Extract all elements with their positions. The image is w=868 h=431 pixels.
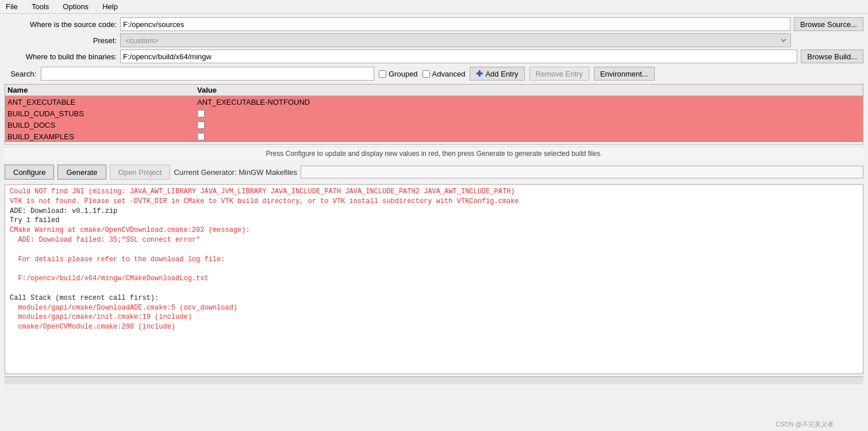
log-line [10, 264, 858, 274]
log-line: Call Stack (most recent call first): [10, 293, 858, 303]
advanced-checkbox[interactable] [423, 70, 430, 78]
log-line [10, 245, 858, 255]
cell-value: ANT_EXECUTABLE-NOTFOUND [197, 98, 861, 106]
generator-label: Current Generator: MinGW Makefiles [174, 168, 297, 177]
environment-button[interactable]: Environment... [594, 67, 655, 81]
build-cuda-checkbox[interactable] [197, 110, 205, 117]
advanced-label: Advanced [432, 70, 466, 78]
preset-dropdown[interactable]: <custom> [120, 33, 791, 47]
table-row[interactable]: ANT_EXECUTABLE ANT_EXECUTABLE-NOTFOUND [5, 96, 863, 108]
remove-entry-button[interactable]: Remove Entry [529, 67, 589, 81]
log-line: cmake/OpenCVModule.cmake:298 (include) [10, 322, 858, 332]
log-line: For details please refer to the download… [10, 255, 858, 265]
add-entry-button[interactable]: ✚ Add Entry [470, 67, 524, 81]
grouped-label: Grouped [389, 70, 418, 78]
cell-name: BUILD_DOCS [7, 121, 197, 129]
cell-value [197, 133, 861, 140]
log-line: modules/gapi/cmake/DownloadADE.cmake:5 (… [10, 303, 858, 313]
log-line: ADE: Download failed: 35;"SSL connect er… [10, 235, 858, 245]
bottom-buttons: Configure Generate Open Project Current … [5, 162, 863, 182]
cell-value [197, 110, 861, 117]
table-row[interactable]: BUILD_CUDA_STUBS [5, 108, 863, 119]
table-row[interactable]: BUILD_DOCS [5, 119, 863, 131]
search-row: Search: Grouped Advanced ✚ Add Entry Rem… [5, 66, 863, 82]
cell-value [197, 121, 861, 129]
advanced-checkbox-group: Advanced [423, 70, 466, 78]
menu-file[interactable]: File [2, 1, 21, 12]
cell-name: BUILD_EXAMPLES [7, 132, 197, 141]
preset-row: Preset: <custom> [5, 33, 863, 47]
generate-button[interactable]: Generate [57, 165, 106, 180]
build-input[interactable] [120, 49, 797, 63]
log-line: modules/gapi/cmake/init.cmake:19 (includ… [10, 312, 858, 322]
menu-help[interactable]: Help [99, 1, 121, 12]
grouped-checkbox-group: Grouped [379, 70, 418, 78]
browse-source-button[interactable]: Browse Source... [794, 17, 863, 31]
log-line [10, 284, 858, 293]
config-table: Name Value ANT_EXECUTABLE ANT_EXECUTABLE… [5, 84, 863, 144]
log-line: F:/opencv/build/x64/mingw/CMakeDownloadL… [10, 274, 858, 284]
add-icon: ✚ [476, 69, 483, 78]
horizontal-scrollbar[interactable] [5, 376, 863, 384]
log-container[interactable]: Could NOT find JNI (missing: JAVA_AWT_LI… [5, 184, 863, 374]
configure-button[interactable]: Configure [5, 165, 54, 180]
browse-build-button[interactable]: Browse Build... [801, 49, 863, 63]
build-docs-checkbox[interactable] [197, 121, 205, 129]
search-input[interactable] [41, 67, 374, 81]
search-label: Search: [5, 70, 36, 78]
menu-tools[interactable]: Tools [28, 1, 52, 12]
table-header: Name Value [5, 85, 863, 96]
log-line: CMake Warning at cmake/OpenCVDownload.cm… [10, 226, 858, 235]
source-label: Where is the source code: [5, 20, 117, 29]
log-line: Could NOT find JNI (missing: JAVA_AWT_LI… [10, 187, 858, 197]
cell-name: BUILD_CUDA_STUBS [7, 109, 197, 118]
build-row: Where to build the binaries: Browse Buil… [5, 49, 863, 63]
build-label: Where to build the binaries: [5, 52, 117, 61]
col-header-value: Value [197, 86, 861, 94]
log-line: VTK is not found. Please set -DVTK_DIR i… [10, 197, 858, 207]
open-project-button[interactable]: Open Project [110, 165, 171, 180]
menu-options[interactable]: Options [59, 1, 92, 12]
menubar: File Tools Options Help [0, 0, 868, 14]
source-row: Where is the source code: Browse Source.… [5, 17, 863, 31]
progress-bar [301, 166, 863, 178]
col-header-name: Name [7, 86, 197, 94]
preset-select[interactable]: <custom> [123, 36, 788, 45]
add-entry-label: Add Entry [485, 70, 518, 78]
grouped-checkbox[interactable] [379, 70, 386, 78]
table-row[interactable]: BUILD_EXAMPLES [5, 131, 863, 142]
hint-text: Press Configure to update and display ne… [5, 147, 863, 160]
log-line: ADE: Download: v0.1.1f.zip [10, 207, 858, 216]
main-container: Where is the source code: Browse Source.… [0, 14, 868, 388]
cell-name: ANT_EXECUTABLE [7, 98, 197, 106]
source-input[interactable] [120, 17, 790, 31]
log-line: Try 1 failed [10, 216, 858, 226]
build-examples-checkbox[interactable] [197, 133, 205, 140]
preset-label: Preset: [5, 36, 117, 45]
